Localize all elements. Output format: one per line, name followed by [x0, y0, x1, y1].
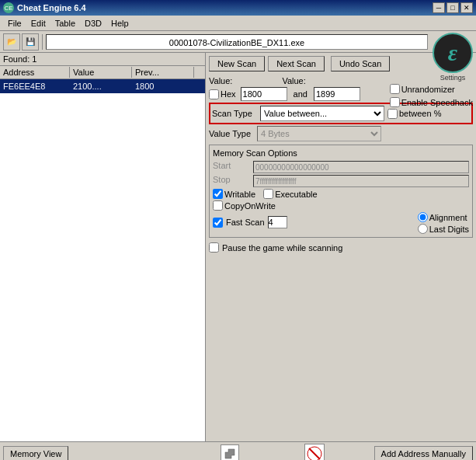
toolbar-separator: [42, 34, 43, 50]
fast-scan-checkbox[interactable]: [213, 218, 223, 228]
value-type-select[interactable]: 4 Bytes: [257, 126, 381, 141]
alignment-radio[interactable]: [418, 212, 428, 222]
fast-scan-label: Fast Scan: [226, 218, 265, 227]
new-scan-button[interactable]: New Scan: [209, 56, 265, 71]
speedhack-item: Enable Speedhack: [390, 97, 473, 107]
found-label: Found: 1: [0, 53, 205, 66]
start-input: [253, 161, 469, 173]
svg-marker-0: [225, 449, 235, 458]
start-row: Start: [213, 161, 469, 173]
memory-scan-group: Memory Scan Options Start Stop Writable …: [209, 145, 473, 238]
pause-scan-label: Pause the game while scanning: [222, 243, 342, 253]
settings-label[interactable]: Settings: [433, 74, 473, 82]
arrow-svg: [224, 448, 235, 459]
speedhack-label: Enable Speedhack: [401, 98, 473, 107]
value1-input[interactable]: 1800: [241, 87, 287, 101]
writable-checkbox-item: Writable: [213, 189, 255, 199]
add-address-button[interactable]: Add Address Manually: [374, 446, 473, 461]
unrandomizer-label: Unrandomizer: [401, 85, 455, 94]
checkboxes-row1: Writable Executable: [213, 189, 469, 199]
value2-input[interactable]: [314, 87, 360, 101]
speedhack-checkbox[interactable]: [390, 97, 400, 107]
writable-checkbox[interactable]: [213, 189, 223, 199]
alignment-radio-group: Alignment Last Digits: [418, 212, 469, 234]
window-controls: ─ □ ✕: [433, 2, 473, 13]
alignment-label: Alignment: [429, 213, 467, 222]
checkboxes-row2: CopyOnWrite: [213, 200, 469, 211]
menu-help[interactable]: Help: [106, 17, 134, 30]
scan-table-body: FE6EE4E8 2100.... 1800: [0, 79, 205, 441]
minimize-button[interactable]: ─: [433, 2, 445, 13]
open-process-icon[interactable]: 📂: [3, 33, 20, 51]
between-pct: between %: [387, 109, 441, 119]
value-type-row: Value Type 4 Bytes: [209, 126, 473, 141]
scan-type-label: Scan Type: [212, 109, 257, 118]
executable-checkbox-item: Executable: [263, 189, 317, 199]
alignment-radio-item: Alignment: [418, 212, 469, 222]
executable-label: Executable: [275, 190, 317, 199]
between-pct-checkbox[interactable]: [387, 109, 398, 119]
window-title: Cheat Engine 6.4: [17, 3, 86, 12]
table-row[interactable]: FE6EE4E8 2100.... 1800: [0, 79, 205, 93]
app-icon: CE: [3, 2, 14, 13]
title-bar: CE Cheat Engine 6.4 ─ □ ✕: [0, 0, 476, 16]
stop-row: Stop: [213, 175, 469, 187]
unrandomizer-item: Unrandomizer: [390, 84, 473, 94]
next-scan-button[interactable]: Next Scan: [268, 56, 325, 71]
stop-input: [253, 175, 469, 187]
scan-type-select[interactable]: Exact Value Value between... Bigger than…: [260, 106, 384, 121]
undo-scan-button[interactable]: Undo Scan: [331, 56, 390, 71]
maximize-button[interactable]: □: [446, 2, 459, 13]
last-digits-radio[interactable]: [418, 224, 428, 234]
header-address: Address: [0, 67, 70, 78]
pause-scan-checkbox[interactable]: [209, 242, 219, 253]
ce-logo: ε Settings: [433, 33, 473, 73]
hex-checkbox[interactable]: [209, 89, 219, 99]
memory-view-button[interactable]: Memory View: [3, 446, 68, 461]
value-label: Value:: [209, 76, 232, 85]
value-label2: Value:: [282, 76, 305, 85]
right-panel: New Scan Next Scan Undo Scan Value: Valu…: [206, 53, 476, 441]
unrandomizer-checkbox[interactable]: [390, 84, 400, 94]
toolbar: 📂 💾 00001078-CivilizationBE_DX11.exe: [0, 31, 476, 53]
and-label: and: [294, 89, 307, 99]
divider-area: Memory View Add Address Manually: [0, 441, 476, 460]
left-panel: Found: 1 Address Value Prev... FE6EE4E8 …: [0, 53, 206, 441]
fast-scan-alignment-row: Fast Scan Alignment Last Digits: [213, 212, 469, 234]
ce-logo-circle: ε: [433, 33, 473, 73]
header-value: Value: [70, 67, 132, 78]
last-digits-radio-item: Last Digits: [418, 224, 469, 234]
pointer-icon[interactable]: [221, 444, 239, 461]
memory-scan-title: Memory Scan Options: [213, 148, 469, 158]
copy-on-write-checkbox[interactable]: [213, 200, 223, 211]
hex-checkbox-container: Hex: [209, 89, 236, 99]
cell-address: FE6EE4E8: [0, 79, 70, 93]
menu-table[interactable]: Table: [50, 17, 80, 30]
save-icon[interactable]: 💾: [22, 33, 39, 51]
last-digits-label: Last Digits: [429, 225, 469, 234]
pause-scan-row: Pause the game while scanning: [209, 242, 473, 253]
process-title: 00001078-CivilizationBE_DX11.exe: [46, 34, 428, 50]
menu-file[interactable]: File: [3, 17, 26, 30]
between-pct-label: between %: [399, 109, 441, 118]
menu-edit[interactable]: Edit: [26, 17, 50, 30]
fast-scan-row: Fast Scan: [213, 216, 287, 228]
start-label: Start: [213, 161, 252, 173]
stop-label: Stop: [213, 175, 252, 187]
right-checkboxes: Unrandomizer Enable Speedhack: [390, 84, 473, 107]
menu-d3d[interactable]: D3D: [80, 17, 106, 30]
menu-bar: File Edit Table D3D Help: [0, 16, 476, 31]
cell-prev: 1800: [132, 79, 194, 93]
scan-table-header: Address Value Prev...: [0, 66, 205, 79]
main-content: Found: 1 Address Value Prev... FE6EE4E8 …: [0, 53, 476, 441]
stop-icon: [307, 446, 322, 461]
close-button[interactable]: ✕: [460, 2, 473, 13]
copy-on-write-item: CopyOnWrite: [213, 200, 276, 211]
copy-on-write-label: CopyOnWrite: [224, 201, 276, 211]
cell-value: 2100....: [70, 79, 132, 93]
header-prev: Prev...: [132, 67, 194, 78]
fast-scan-value[interactable]: [268, 216, 287, 228]
hex-label: Hex: [221, 89, 236, 99]
stop-button[interactable]: [304, 444, 325, 461]
executable-checkbox[interactable]: [263, 189, 273, 199]
